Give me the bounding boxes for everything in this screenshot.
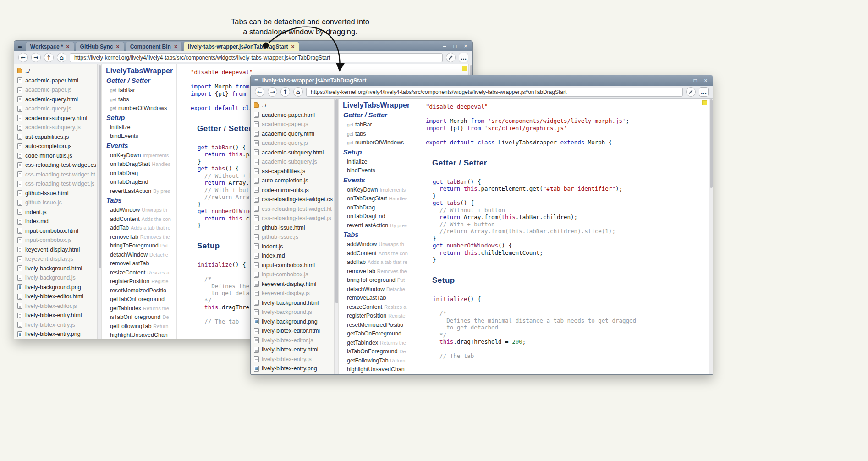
file-item[interactable]: code-mirror-utils.js	[17, 151, 97, 161]
outline-item[interactable]: initialize	[106, 124, 176, 133]
menu-icon[interactable]: ≡	[18, 43, 22, 49]
outline-item[interactable]: resetMemoizedPositio	[343, 322, 412, 331]
file-item[interactable]: lively-bibtex-entry.js	[17, 320, 97, 330]
close-button[interactable]: ×	[703, 78, 709, 83]
scrollbar-thumb[interactable]	[99, 65, 101, 268]
tab-close-icon[interactable]: ×	[66, 44, 70, 50]
forward-button[interactable]: →	[31, 53, 41, 62]
file-item[interactable]: ../	[254, 101, 334, 110]
outline-item[interactable]: highlightUnsavedChan	[343, 366, 412, 374]
file-item[interactable]: academic-subquery.html	[254, 148, 334, 158]
file-item[interactable]: academic-query.js	[254, 138, 334, 148]
file-item[interactable]: academic-paper.js	[17, 85, 97, 95]
outline-item[interactable]: get numberOfWindows	[106, 105, 176, 114]
outline-item[interactable]: Events	[106, 142, 176, 152]
file-item[interactable]: css-reloading-test-widget.cs	[17, 160, 97, 170]
file-item[interactable]: css-reloading-test-widget.js	[17, 179, 97, 189]
home-button[interactable]: ⌂	[57, 53, 66, 62]
outline-item[interactable]: onTabDragStart Handles	[343, 195, 412, 204]
file-item[interactable]: ast-capabilities.js	[254, 167, 334, 176]
outline-item[interactable]: onTabDragStart Handles	[106, 161, 176, 170]
minimize-button[interactable]: –	[681, 78, 688, 83]
outline-item[interactable]: detachWindow Detache	[343, 286, 412, 295]
outline-item[interactable]: Getter / Setter	[343, 111, 412, 121]
outline-item[interactable]: registerPosition Registe	[343, 313, 412, 322]
file-item[interactable]: indent.js	[254, 242, 334, 252]
outline-item[interactable]: addContent Adds the con	[106, 216, 176, 225]
minimize-button[interactable]: –	[441, 44, 448, 49]
file-item[interactable]: lively-bibtex-editor.html	[17, 292, 97, 302]
menu-icon[interactable]: ≡	[254, 77, 258, 84]
file-item[interactable]: academic-paper.html	[254, 110, 334, 120]
file-item[interactable]: lively-background.js	[17, 273, 97, 283]
outline-item[interactable]: bindEvents	[343, 167, 412, 176]
outline-item[interactable]: onTabDrag	[106, 170, 176, 179]
outline-item[interactable]: bringToForeground Put	[343, 277, 412, 286]
outline-item[interactable]: getTabIndex Returns the	[106, 305, 176, 314]
outline-item[interactable]: Tabs	[343, 231, 412, 241]
file-item[interactable]: ../	[17, 66, 97, 76]
outline-item[interactable]: initialize	[343, 159, 412, 168]
file-item[interactable]: keyevent-display.js	[254, 289, 334, 298]
file-item[interactable]: lively-bibtex-entry.png	[17, 329, 97, 339]
outline-item[interactable]: Tabs	[106, 197, 176, 207]
edit-button[interactable]	[446, 53, 456, 62]
back-button[interactable]: ←	[18, 53, 28, 62]
outline-item[interactable]: detachWindow Detache	[106, 252, 176, 261]
tab[interactable]: GitHub Sync ×	[76, 42, 124, 51]
outline-item[interactable]: Setup	[106, 114, 176, 124]
outline-item[interactable]: get tabBar	[343, 121, 412, 131]
outline-item[interactable]: highlightUnsavedChan	[106, 332, 176, 339]
outline-item[interactable]: get tabs	[106, 96, 176, 105]
file-item[interactable]: lively-background.html	[254, 298, 334, 308]
up-button[interactable]: ↑	[280, 87, 290, 97]
outline-item[interactable]: isTabOnForeground De	[106, 314, 176, 323]
tab-close-icon[interactable]: ×	[116, 44, 120, 50]
tab[interactable]: Component Bin ×	[126, 42, 182, 51]
file-item[interactable]: github-issue.js	[17, 198, 97, 208]
file-item[interactable]: css-reloading-test-widget.js	[254, 214, 334, 223]
file-item[interactable]: lively-bibtex-entry.html	[254, 345, 334, 355]
file-item[interactable]: css-reloading-test-widget.cs	[254, 195, 334, 204]
forward-button[interactable]: →	[268, 87, 277, 97]
close-button[interactable]: ×	[462, 44, 469, 49]
outline-item[interactable]: addContent Adds the con	[343, 250, 412, 259]
code-editor[interactable]: "disable deepeval" import Morph from 'sr…	[412, 99, 709, 374]
file-item[interactable]: academic-subquery.js	[17, 123, 97, 132]
outline-item[interactable]: get numberOfWindows	[343, 139, 412, 148]
file-item[interactable]: academic-paper.js	[254, 120, 334, 129]
outline-item[interactable]: getTabOnForeground	[106, 296, 176, 305]
file-item[interactable]: auto-completion.js	[254, 176, 334, 186]
maximize-button[interactable]: □	[692, 78, 698, 83]
edit-button[interactable]	[686, 87, 696, 97]
file-item[interactable]: index.md	[17, 217, 97, 226]
tab-close-icon[interactable]: ×	[291, 44, 294, 50]
outline-item[interactable]: getTabOnForeground	[343, 330, 412, 340]
url-input[interactable]	[70, 53, 443, 62]
outline-item[interactable]: get tabBar	[106, 87, 176, 96]
outline-item[interactable]: onKeyDown Implements	[106, 152, 176, 161]
outline-item[interactable]: addTab Adds a tab that re	[106, 225, 176, 234]
tab[interactable]: Workspace * ×	[26, 42, 74, 51]
outline-item[interactable]: onTabDragEnd	[343, 213, 412, 222]
window-titlebar[interactable]: ≡ lively-tabs-wrapper.js#onTabDragStart …	[251, 75, 713, 86]
outline-item[interactable]: onTabDrag	[343, 204, 412, 214]
outline-item[interactable]: removeTab Removes the	[106, 234, 176, 243]
outline-item[interactable]: addWindow Unwraps th	[343, 241, 412, 250]
home-button[interactable]: ⌂	[293, 87, 303, 97]
file-item[interactable]: input-combobox.js	[17, 236, 97, 245]
outline-item[interactable]: addTab Adds a tab that re	[343, 259, 412, 268]
outline-item[interactable]: revertLastAction By pres	[343, 222, 412, 231]
file-item[interactable]: academic-query.js	[17, 104, 97, 114]
file-item[interactable]: github-issue.html	[254, 223, 334, 233]
outline-item[interactable]: bringToForeground Put	[106, 242, 176, 252]
outline-item[interactable]: get tabs	[343, 131, 412, 140]
file-item[interactable]: lively-bibtex-entry.html	[17, 311, 97, 320]
file-item[interactable]: github-issue.html	[17, 189, 97, 198]
file-item[interactable]: css-reloading-test-widget.ht	[254, 204, 334, 214]
url-input[interactable]	[306, 88, 683, 97]
file-item[interactable]: lively-bibtex-editor.js	[254, 336, 334, 346]
file-item[interactable]: academic-paper.html	[17, 76, 97, 86]
outline-item[interactable]: addWindow Unwraps th	[106, 207, 176, 216]
file-item[interactable]: lively-background.png	[17, 283, 97, 292]
